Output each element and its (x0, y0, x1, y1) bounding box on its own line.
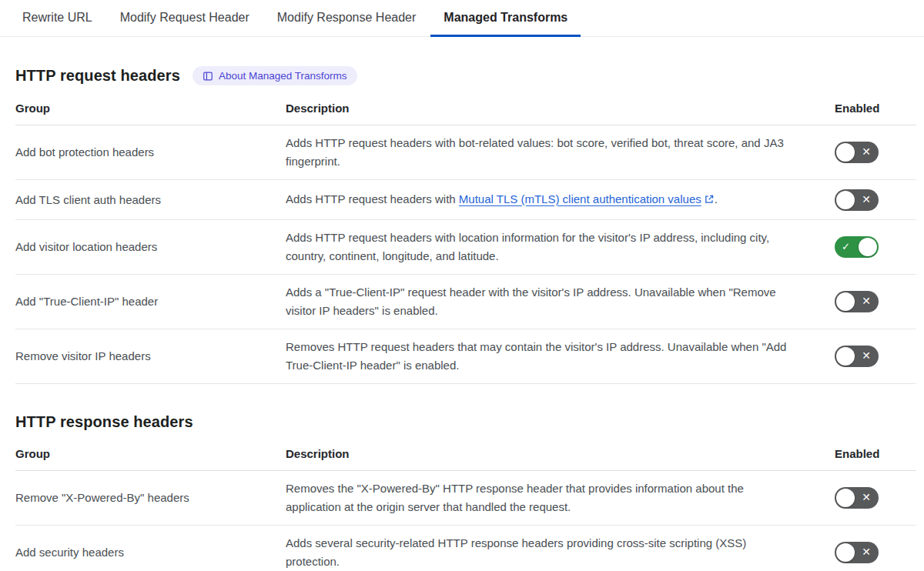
column-header-description: Description (286, 93, 819, 125)
about-managed-transforms-link[interactable]: About Managed Transforms (192, 66, 357, 85)
description-cell: Adds several security-related HTTP respo… (286, 526, 819, 571)
toggle-knob (836, 143, 855, 162)
toggle-knob (836, 543, 855, 562)
table-row: Add TLS client auth headers Adds HTTP re… (15, 180, 916, 220)
column-header-enabled: Enabled (819, 93, 916, 125)
description-text: . (715, 192, 718, 205)
group-cell: Add security headers (15, 535, 286, 570)
group-cell: Add visitor location headers (15, 229, 286, 265)
description-cell: Adds a "True-Client-IP" request header w… (286, 275, 819, 329)
toggle-add-bot-protection-headers[interactable]: ✓ ✕ (835, 142, 879, 163)
table-row: Remove "X-Powered-By" headers Removes th… (15, 471, 916, 526)
description-cell: Adds HTTP request headers with location … (286, 220, 819, 274)
toggle-knob (836, 292, 855, 311)
tab-modify-response-header[interactable]: Modify Response Header (264, 0, 430, 37)
group-cell: Add bot protection headers (15, 135, 286, 170)
x-icon: ✕ (862, 142, 871, 162)
table-row: Add "True-Client-IP" header Adds a "True… (15, 275, 916, 329)
x-icon: ✕ (862, 487, 871, 508)
tab-modify-request-header[interactable]: Modify Request Header (107, 0, 263, 37)
group-cell: Remove "X-Powered-By" headers (15, 480, 286, 516)
external-link-icon (704, 192, 715, 210)
transform-rules-tabbar: Rewrite URL Modify Request Header Modify… (0, 0, 924, 37)
column-header-description: Description (286, 439, 819, 470)
column-header-enabled: Enabled (819, 439, 916, 470)
badge-label: About Managed Transforms (219, 70, 347, 82)
column-header-group: Group (15, 93, 286, 125)
table-header-row: Group Description Enabled (15, 439, 916, 471)
x-icon: ✕ (862, 346, 871, 366)
group-cell: Add "True-Client-IP" header (15, 284, 286, 319)
group-cell: Remove visitor IP headers (15, 339, 286, 374)
toggle-remove-visitor-ip-headers[interactable]: ✓ ✕ (835, 346, 879, 367)
table-row: Add bot protection headers Adds HTTP req… (15, 125, 916, 180)
tab-managed-transforms[interactable]: Managed Transforms (430, 0, 581, 37)
description-cell: Removes the "X-Powered-By" HTTP response… (286, 471, 819, 525)
response-headers-section-head: HTTP response headers (15, 413, 916, 431)
tab-rewrite-url[interactable]: Rewrite URL (9, 0, 105, 37)
response-headers-table: Group Description Enabled Remove "X-Powe… (15, 439, 916, 571)
table-row: Add security headers Adds several securi… (15, 526, 916, 571)
toggle-add-security-headers[interactable]: ✓ ✕ (835, 542, 879, 563)
description-cell: Removes HTTP request headers that may co… (286, 329, 819, 383)
toggle-add-true-client-ip-header[interactable]: ✓ ✕ (835, 291, 879, 312)
toggle-remove-x-powered-by-headers[interactable]: ✓ ✕ (835, 487, 879, 509)
managed-transforms-page: HTTP request headers About Managed Trans… (0, 66, 924, 571)
check-icon: ✓ (842, 236, 850, 257)
table-header-row: Group Description Enabled (15, 93, 916, 125)
column-header-group: Group (15, 439, 286, 470)
toggle-knob (836, 489, 855, 507)
request-headers-title: HTTP request headers (15, 67, 180, 85)
toggle-knob (836, 191, 855, 209)
request-headers-table: Group Description Enabled Add bot protec… (15, 93, 916, 384)
toggle-add-tls-client-auth-headers[interactable]: ✓ ✕ (835, 189, 879, 211)
group-cell: Add TLS client auth headers (15, 182, 286, 218)
request-headers-section-head: HTTP request headers About Managed Trans… (15, 66, 916, 85)
toggle-add-visitor-location-headers[interactable]: ✓ ✕ (835, 236, 879, 258)
description-text: Adds HTTP request headers with (286, 192, 459, 205)
description-cell: Adds HTTP request headers with bot-relat… (286, 125, 819, 179)
book-icon (203, 71, 213, 82)
table-row: Remove visitor IP headers Removes HTTP r… (15, 329, 916, 384)
x-icon: ✕ (862, 189, 871, 210)
x-icon: ✕ (862, 542, 871, 563)
mtls-authentication-link[interactable]: Mutual TLS (mTLS) client authentication … (459, 192, 701, 205)
toggle-knob (859, 238, 877, 256)
table-row: Add visitor location headers Adds HTTP r… (15, 220, 916, 275)
toggle-knob (836, 347, 855, 366)
description-cell: Adds HTTP request headers with Mutual TL… (286, 182, 819, 219)
response-headers-title: HTTP response headers (15, 413, 193, 431)
x-icon: ✕ (862, 291, 871, 312)
